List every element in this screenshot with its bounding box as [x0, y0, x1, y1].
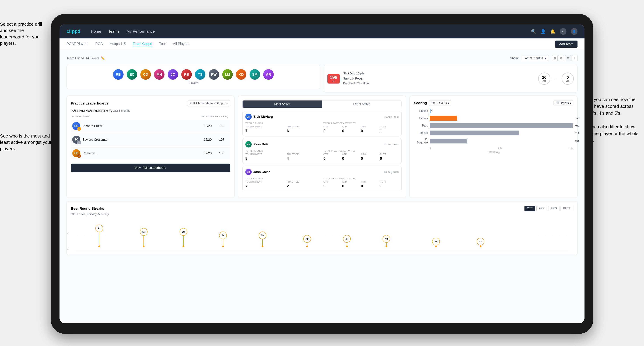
- settings-avatar[interactable]: ⚙: [560, 28, 566, 35]
- view-chart-btn[interactable]: ↕: [572, 55, 578, 61]
- sub-nav-team-clippd[interactable]: Team Clippd: [133, 41, 152, 47]
- drill-selector[interactable]: PUTT Must Make Putting... ▾: [187, 100, 230, 106]
- activity-player-name-3: JC Josh Coles: [245, 169, 270, 175]
- bar-container-pars: 499: [430, 123, 573, 128]
- shot-yardage: 16 yds → 0 yds: [538, 72, 574, 85]
- yardage-end: 0 yds: [562, 72, 574, 85]
- activity-player-header-3: JC Josh Coles 26 Aug 2023: [245, 169, 399, 175]
- activity-player-header-2: RB Rees Britt 02 Sep 2023: [245, 141, 399, 148]
- player-info-3: CD 3 Cameron...: [72, 149, 201, 157]
- team-title: Team Clippd 14 Players: [66, 56, 99, 60]
- team-header: Team Clippd 14 Players ✏️ Show: Last 3 m…: [66, 55, 578, 61]
- rank-badge-silver: 2: [77, 141, 81, 144]
- activity-avatar-1: BM: [245, 114, 252, 120]
- player-avatar-10[interactable]: KD: [236, 69, 246, 80]
- chevron-down-icon: ▾: [570, 101, 571, 105]
- streaks-title: Best Round Streaks: [71, 206, 104, 211]
- streak-pin-9: 3x: [432, 238, 440, 247]
- view-toggle: ⊞ ⊟ ≡ ↕: [552, 55, 578, 61]
- activity-player-row: JC Josh Coles 26 Aug 2023 Total Rounds T…: [242, 166, 402, 191]
- streak-pin-6: 4x: [303, 235, 311, 247]
- player-avatar-1[interactable]: RB: [113, 69, 124, 80]
- shot-badge: 198 SC: [328, 74, 340, 84]
- player-avatar-4[interactable]: MH: [154, 69, 164, 80]
- bar-row-dbogeys: D. Bogeys+ 131: [414, 138, 573, 144]
- bar-row-birdies: Birdies 96: [414, 116, 573, 121]
- leaderboard-row[interactable]: RB 1 Richard Butler 19/20 110: [71, 120, 230, 132]
- players-avatars: RB EC CD MH JC RB TS PW LM KD SM AR: [71, 69, 316, 80]
- ipad-frame: clippd Home Teams My Performance 🔍 👤 🔔 ⚙…: [51, 14, 593, 334]
- streaks-ott-btn[interactable]: OTT: [524, 206, 535, 211]
- ipad-screen: clippd Home Teams My Performance 🔍 👤 🔔 ⚙…: [60, 24, 584, 323]
- scoring-player-filter[interactable]: All Players ▾: [554, 100, 573, 106]
- player-avatar-8[interactable]: PW: [208, 69, 219, 80]
- player-avatar-5[interactable]: JC: [168, 69, 178, 80]
- streaks-arg-btn[interactable]: ARG: [548, 206, 560, 211]
- streaks-subtitle: Off The Tee, Fairway Accuracy: [71, 213, 573, 216]
- search-icon[interactable]: 🔍: [531, 29, 536, 34]
- most-active-tab[interactable]: Most Active: [242, 100, 322, 108]
- player-avatar-lb-1: RB 1: [72, 122, 80, 130]
- sub-nav-pga[interactable]: PGA: [96, 41, 103, 47]
- leaderboard-title: Practice Leaderboards: [71, 101, 109, 105]
- player-avatar-9[interactable]: LM: [222, 69, 233, 80]
- player-avatar-6[interactable]: RB: [181, 69, 192, 80]
- view-list-btn[interactable]: ≡: [565, 55, 571, 61]
- least-active-tab[interactable]: Least Active: [322, 100, 402, 108]
- annotation-left-top: Select a practice drill and see the lead…: [0, 21, 49, 46]
- player-avatar-2[interactable]: EC: [127, 69, 137, 80]
- nav-link-performance[interactable]: My Performance: [126, 28, 155, 35]
- player-avatar-3[interactable]: CD: [140, 69, 151, 80]
- leaderboard-row[interactable]: EC 2 Edward Crossman 18/20 107: [71, 134, 230, 146]
- chart-x-label: Total Shots: [414, 151, 573, 154]
- streaks-card: Best Round Streaks OTT APP ARG PUTT Off …: [66, 201, 578, 255]
- show-dropdown[interactable]: Last 3 months ▾: [521, 55, 549, 61]
- sub-nav-all-players[interactable]: All Players: [173, 41, 189, 47]
- add-team-button[interactable]: Add Team: [555, 40, 578, 48]
- edit-icon[interactable]: ✏️: [101, 56, 105, 60]
- shot-details: Shot Dist: 16 yds Start Lie: Rough End L…: [343, 71, 534, 86]
- activity-avatar-3: JC: [245, 169, 252, 175]
- user-avatar[interactable]: 👤: [571, 28, 578, 35]
- nav-link-home[interactable]: Home: [91, 28, 101, 35]
- view-leaderboard-button[interactable]: View Full Leaderboard: [71, 164, 230, 172]
- sub-nav: PGAT Players PGA Hcaps 1-5 Team Clippd T…: [60, 38, 584, 50]
- player-avatar-lb-2: EC 2: [72, 136, 80, 144]
- activity-avatar-2: RB: [245, 141, 252, 148]
- leaderboard-card: Practice Leaderboards PUTT Must Make Put…: [66, 96, 234, 198]
- streak-pin-1: 7x: [96, 224, 103, 247]
- streak-pin-4: 5x: [219, 231, 227, 247]
- leaderboard-header: Practice Leaderboards PUTT Must Make Put…: [71, 100, 230, 106]
- activity-player-row: RB Rees Britt 02 Sep 2023 Total Rounds T…: [242, 138, 402, 164]
- leaderboard-subtitle: PUTT Must Make Putting (3-6 ft), Last 3 …: [71, 109, 230, 112]
- scoring-bar-chart: Eagles 3 Birdies 96: [414, 109, 573, 144]
- streaks-putt-btn[interactable]: PUTT: [560, 206, 573, 211]
- streak-pin-3: 6x: [180, 228, 187, 247]
- sub-nav-hcaps[interactable]: Hcaps 1-5: [110, 41, 126, 47]
- scoring-par-filter[interactable]: Par 3, 4 & 5s ▾: [428, 100, 451, 106]
- sub-nav-tour[interactable]: Tour: [159, 41, 166, 47]
- bell-icon[interactable]: 🔔: [550, 29, 556, 34]
- bar-row-bogeys: Bogeys 311: [414, 131, 573, 135]
- player-avatar-7[interactable]: TS: [195, 69, 206, 80]
- player-avatar-12[interactable]: AR: [263, 69, 274, 80]
- main-content: Team Clippd 14 Players ✏️ Show: Last 3 m…: [60, 50, 584, 323]
- player-avatar-11[interactable]: SM: [250, 69, 260, 80]
- view-grid-lg-btn[interactable]: ⊟: [558, 55, 564, 61]
- nav-link-teams[interactable]: Teams: [108, 28, 120, 35]
- shot-card: 198 SC Shot Dist: 16 yds Start Lie: Roug…: [324, 65, 578, 92]
- streak-pin-10: 3x: [477, 238, 484, 247]
- streaks-app-btn[interactable]: APP: [536, 206, 547, 211]
- bar-fill-pars: [430, 123, 573, 128]
- nav-logo: clippd: [66, 29, 80, 34]
- activity-card: Most Active Least Active BM Blair McHarg…: [238, 96, 406, 198]
- chevron-down-icon: ▾: [448, 101, 449, 105]
- bar-row-pars: Pars 499: [414, 123, 573, 128]
- leaderboard-row[interactable]: CD 3 Cameron... 17/20 103: [71, 147, 230, 159]
- activity-player-name-1: BM Blair McHarg: [245, 114, 273, 120]
- user-icon[interactable]: 👤: [540, 29, 546, 34]
- chart-x-axis: 0 200 400: [414, 147, 573, 149]
- view-grid-sm-btn[interactable]: ⊞: [552, 55, 558, 61]
- bar-fill-dbogeys: [430, 139, 467, 144]
- sub-nav-pgat[interactable]: PGAT Players: [66, 41, 88, 47]
